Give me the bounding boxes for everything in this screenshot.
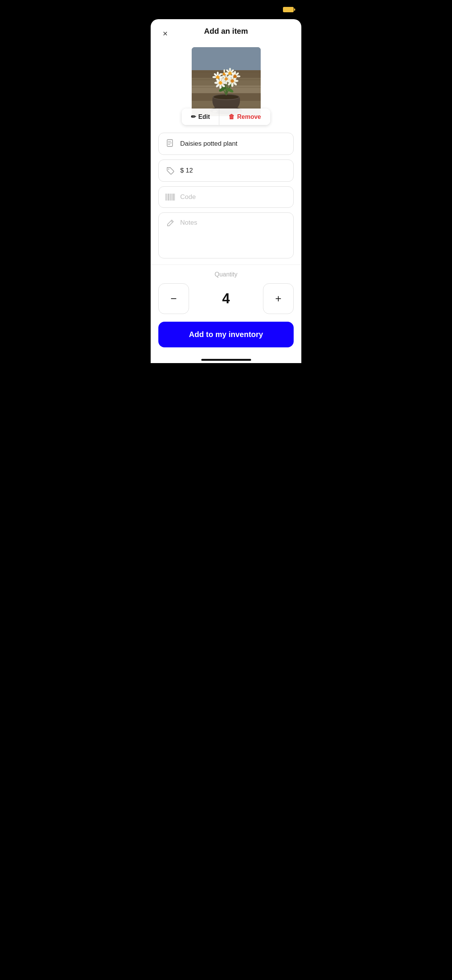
edit-pencil-icon: ✏ <box>191 113 196 120</box>
battery-icon <box>283 7 294 12</box>
edit-image-button[interactable]: ✏ Edit <box>182 109 219 125</box>
svg-point-70 <box>232 72 235 74</box>
name-value: Daisies potted plant <box>180 140 287 148</box>
svg-point-50 <box>212 76 216 78</box>
svg-rect-79 <box>168 143 172 143</box>
svg-rect-88 <box>173 194 174 201</box>
svg-point-49 <box>217 79 219 82</box>
add-to-inventory-button[interactable]: Add to my inventory <box>158 322 294 347</box>
svg-point-48 <box>217 72 219 76</box>
svg-rect-86 <box>171 194 171 201</box>
modal-header: × Add an item <box>151 19 301 39</box>
svg-point-64 <box>219 73 223 75</box>
edit-label: Edit <box>198 113 210 120</box>
quantity-controls: − 4 + <box>158 283 294 314</box>
item-image <box>192 47 261 116</box>
image-actions: ✏ Edit 🗑 Remove <box>182 109 270 125</box>
svg-point-12 <box>214 95 239 99</box>
price-value: $ 12 <box>180 167 287 174</box>
notes-placeholder: Notes <box>180 219 287 227</box>
home-bar <box>201 359 251 361</box>
svg-point-69 <box>225 72 228 74</box>
quantity-label: Quantity <box>158 271 294 278</box>
bottom-section: Add to my inventory <box>151 322 301 355</box>
svg-rect-85 <box>169 194 170 201</box>
svg-point-63 <box>224 76 225 79</box>
svg-rect-80 <box>168 144 170 145</box>
code-field[interactable]: Code <box>158 186 294 208</box>
close-button[interactable]: × <box>158 27 172 41</box>
increment-button[interactable]: + <box>263 283 294 314</box>
close-icon: × <box>163 29 168 39</box>
svg-point-40 <box>231 82 233 87</box>
price-field[interactable]: $ 12 <box>158 159 294 182</box>
phone-container: × Add an item <box>151 0 301 363</box>
decrement-button[interactable]: − <box>158 283 189 314</box>
svg-rect-83 <box>167 194 168 201</box>
remove-label: Remove <box>237 113 261 120</box>
svg-point-81 <box>168 169 169 170</box>
notes-field[interactable]: Notes <box>158 212 294 258</box>
modal-sheet: × Add an item <box>151 19 301 363</box>
svg-rect-78 <box>168 141 171 142</box>
svg-rect-87 <box>172 194 172 201</box>
image-section: ✏ Edit 🗑 Remove <box>151 39 301 125</box>
quantity-section: Quantity − 4 + <box>151 265 301 322</box>
barcode-icon <box>165 193 176 201</box>
notes-pencil-icon <box>165 219 176 227</box>
svg-point-67 <box>229 68 231 72</box>
svg-point-68 <box>229 75 231 79</box>
modal-title: Add an item <box>204 27 248 36</box>
svg-rect-84 <box>168 194 169 201</box>
document-icon <box>165 139 176 148</box>
svg-rect-82 <box>166 194 166 201</box>
name-field[interactable]: Daisies potted plant <box>158 133 294 155</box>
remove-image-button[interactable]: 🗑 Remove <box>219 109 270 125</box>
code-placeholder: Code <box>180 193 287 201</box>
trash-icon: 🗑 <box>228 113 235 120</box>
svg-point-51 <box>219 76 223 78</box>
svg-rect-89 <box>174 194 175 201</box>
svg-point-56 <box>234 78 236 82</box>
svg-point-41 <box>226 80 231 82</box>
svg-point-58 <box>237 76 240 77</box>
status-bar <box>151 0 301 19</box>
quantity-value: 4 <box>194 291 258 307</box>
svg-point-62 <box>224 69 225 73</box>
tag-icon <box>165 166 176 175</box>
home-indicator <box>151 355 301 363</box>
form-section: Daisies potted plant $ 12 <box>151 125 301 258</box>
